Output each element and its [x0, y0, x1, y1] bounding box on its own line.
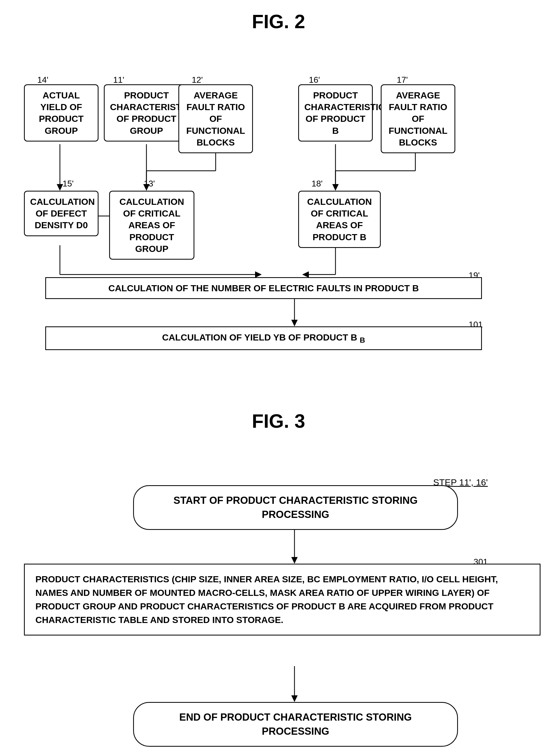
fig3-section: FIG. 3 STEP 11', 16' START OF PRODUCT CH… [16, 410, 541, 756]
fig3-diagram: STEP 11', 16' START OF PRODUCT CHARACTER… [16, 443, 541, 756]
ref-13p: 13' [144, 179, 155, 189]
start-box: START OF PRODUCT CHARACTERISTIC STORING … [133, 485, 458, 530]
ref-17p: 17' [397, 75, 408, 85]
desc-box: PRODUCT CHARACTERISTICS (CHIP SIZE, INNE… [24, 564, 540, 635]
svg-marker-23 [291, 557, 298, 564]
svg-marker-25 [291, 695, 298, 702]
box-13p: CALCULATION OF CRITICAL AREAS OF PRODUCT… [109, 191, 194, 260]
fig3-title: FIG. 3 [16, 410, 541, 432]
box-18p: CALCULATION OF CRITICAL AREAS OF PRODUCT… [298, 191, 381, 248]
ref-11p: 11' [113, 75, 124, 85]
box-12p: AVERAGE FAULT RATIO OF FUNCTIONAL BLOCKS [178, 84, 253, 153]
fig2-diagram: 14' 11' 12' 16' 17' ACTUAL YIELD OF PROD… [16, 43, 541, 389]
box-101: CALCULATION OF YIELD YB OF PRODUCT B B [45, 326, 482, 350]
ref-18p: 18' [312, 179, 323, 189]
box-19p: CALCULATION OF THE NUMBER OF ELECTRIC FA… [45, 277, 482, 299]
fig2-title: FIG. 2 [16, 11, 541, 32]
box-14p: ACTUAL YIELD OF PRODUCT GROUP [24, 84, 98, 141]
ref-16p: 16' [309, 75, 320, 85]
box-16p: PRODUCT CHARACTERISTIC OF PRODUCT B [298, 84, 373, 141]
box-17p: AVERAGE FAULT RATIO OF FUNCTIONAL BLOCKS [381, 84, 455, 153]
svg-marker-19 [302, 271, 309, 278]
svg-marker-1 [57, 184, 63, 191]
svg-marker-11 [255, 271, 262, 278]
box-11p: PRODUCT CHARACTERISTIC OF PRODUCT GROUP [104, 84, 189, 141]
svg-marker-21 [291, 320, 298, 326]
box-15p: CALCULATION OF DEFECT DENSITY D0 [24, 191, 98, 236]
ref-12p: 12' [192, 75, 203, 85]
box-101-text: CALCULATION OF YIELD YB OF PRODUCT B [162, 332, 357, 342]
ref-15p: 15' [63, 179, 74, 189]
end-box: END OF PRODUCT CHARACTERISTIC STORING PR… [133, 702, 458, 747]
ref-14p: 14' [37, 75, 49, 85]
svg-marker-13 [332, 184, 339, 191]
fig2-section: FIG. 2 [16, 11, 541, 389]
